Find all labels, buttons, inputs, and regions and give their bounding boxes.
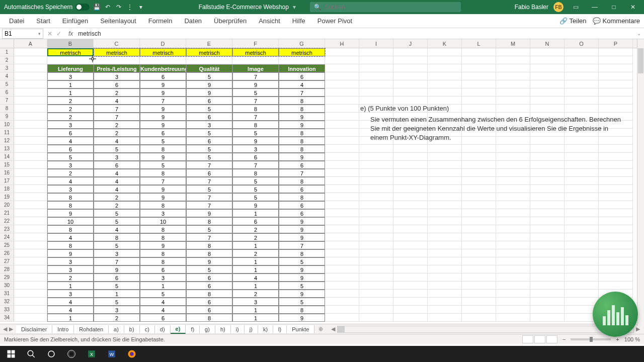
cell[interactable]: 5 (232, 193, 279, 201)
cell[interactable] (14, 97, 47, 105)
cell[interactable] (565, 169, 599, 177)
cell[interactable] (325, 306, 359, 314)
sheet-tab-a[interactable]: a) (109, 325, 124, 333)
cell[interactable] (359, 185, 393, 193)
cell[interactable]: 6 (186, 274, 232, 282)
enter-icon[interactable]: ✓ (56, 30, 61, 37)
sheet-tab-j[interactable]: j) (245, 325, 258, 333)
cell[interactable] (565, 217, 599, 225)
cell[interactable]: 9 (140, 113, 186, 121)
cell[interactable]: 7 (232, 72, 279, 80)
cell[interactable]: 8 (279, 137, 325, 145)
cell[interactable] (428, 97, 462, 105)
cell[interactable]: 1 (47, 282, 94, 290)
cell[interactable] (565, 153, 599, 161)
cell[interactable] (359, 217, 393, 225)
cell[interactable]: Lieferung (47, 64, 94, 72)
cell[interactable]: 9 (140, 153, 186, 161)
sheet-nav-prev-icon[interactable]: ◀ (3, 326, 7, 332)
cell[interactable] (565, 201, 599, 209)
cell[interactable] (496, 257, 530, 265)
cell[interactable] (359, 88, 393, 97)
cell[interactable] (565, 185, 599, 193)
cell[interactable] (359, 161, 393, 169)
cell[interactable] (14, 64, 47, 72)
row-header-8[interactable]: 8 (0, 105, 14, 113)
cell[interactable] (393, 282, 428, 290)
cell[interactable]: 9 (279, 314, 325, 322)
cell[interactable] (359, 64, 393, 72)
cell[interactable] (428, 201, 462, 209)
cell[interactable] (14, 274, 47, 282)
cell[interactable] (462, 306, 496, 314)
cell[interactable] (462, 217, 496, 225)
cell[interactable] (428, 185, 462, 193)
cell[interactable] (496, 185, 530, 193)
cell[interactable] (496, 233, 530, 241)
cell[interactable] (496, 249, 530, 257)
cell[interactable]: 10 (47, 217, 94, 225)
cell[interactable]: 8 (279, 97, 325, 105)
row-header-19[interactable]: 19 (0, 193, 14, 201)
cell[interactable] (359, 298, 393, 306)
cell[interactable] (428, 161, 462, 169)
cell[interactable]: 1 (232, 241, 279, 249)
cell[interactable] (565, 177, 599, 185)
cell[interactable]: 8 (232, 105, 279, 113)
cell[interactable] (462, 153, 496, 161)
fx-icon[interactable]: fx (68, 30, 73, 37)
add-sheet-button[interactable]: ⊕ (314, 326, 327, 332)
cell[interactable] (599, 161, 633, 169)
cell[interactable]: 3 (94, 153, 140, 161)
cell[interactable]: 9 (279, 225, 325, 233)
column-header-J[interactable]: J (393, 39, 428, 48)
cell[interactable]: 3 (47, 265, 94, 274)
cell[interactable] (428, 193, 462, 201)
cell[interactable] (393, 257, 428, 265)
cell[interactable]: 1 (232, 209, 279, 217)
cell[interactable]: 5 (279, 257, 325, 265)
cell[interactable] (462, 177, 496, 185)
cell[interactable] (428, 233, 462, 241)
cell[interactable] (325, 225, 359, 233)
cell[interactable] (14, 137, 47, 145)
cell[interactable] (530, 241, 565, 249)
cell[interactable] (393, 314, 428, 322)
cell[interactable]: 2 (232, 249, 279, 257)
cell[interactable] (530, 185, 565, 193)
cell[interactable] (428, 217, 462, 225)
cell[interactable]: 6 (232, 153, 279, 161)
cell[interactable] (359, 209, 393, 217)
cell[interactable] (462, 298, 496, 306)
cell[interactable] (599, 209, 633, 217)
cell[interactable]: 9 (279, 274, 325, 282)
column-header-L[interactable]: L (462, 39, 496, 48)
cell[interactable] (599, 80, 633, 88)
cell[interactable]: 3 (232, 298, 279, 306)
row-header-26[interactable]: 26 (0, 249, 14, 257)
cell[interactable]: 9 (140, 121, 186, 129)
cell[interactable] (530, 169, 565, 177)
touch-icon[interactable]: ⋮ (126, 3, 134, 11)
cell[interactable]: 2 (232, 233, 279, 241)
cell[interactable] (428, 306, 462, 314)
cell[interactable]: 9 (279, 153, 325, 161)
cell[interactable] (325, 137, 359, 145)
cell[interactable]: 5 (186, 153, 232, 161)
cell[interactable]: 8 (279, 129, 325, 137)
cell[interactable] (530, 88, 565, 97)
cell[interactable]: 9 (279, 217, 325, 225)
cell[interactable] (359, 193, 393, 201)
cell[interactable] (496, 225, 530, 233)
cell[interactable] (14, 225, 47, 233)
column-header-C[interactable]: C (94, 39, 140, 48)
cell[interactable] (359, 97, 393, 105)
cell[interactable] (496, 161, 530, 169)
row-header-9[interactable]: 9 (0, 113, 14, 121)
cell[interactable]: 6 (140, 314, 186, 322)
cell[interactable]: 1 (232, 257, 279, 265)
cell[interactable] (359, 306, 393, 314)
cell[interactable] (428, 290, 462, 298)
cell[interactable]: 5 (186, 145, 232, 153)
cell[interactable] (393, 290, 428, 298)
